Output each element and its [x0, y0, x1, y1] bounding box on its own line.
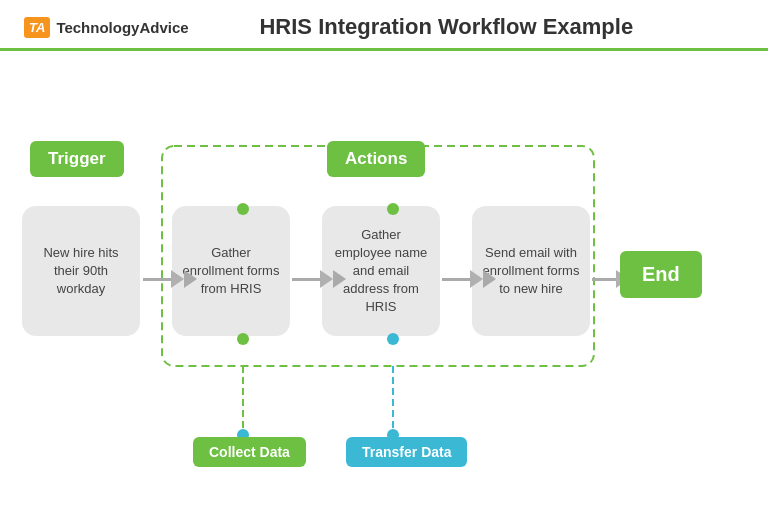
arrowhead-2 [320, 270, 333, 288]
diagram-area: Trigger Actions New hire hits their 90th… [0, 51, 768, 481]
process-box-4-text: Send email with enrollment forms to new … [482, 244, 580, 299]
transfer-data-label: Transfer Data [346, 437, 467, 467]
arrow-2-3 [292, 270, 346, 288]
arrow-3-4 [442, 270, 496, 288]
dot-box3-bottom [387, 333, 399, 345]
logo-suffix: Advice [139, 19, 188, 36]
arrow-line-2 [292, 278, 320, 281]
arrow-1-2 [143, 270, 197, 288]
logo: TA TechnologyAdvice [24, 17, 189, 38]
dot-box3-top [387, 203, 399, 215]
process-box-1-text: New hire hits their 90th workday [32, 244, 130, 299]
arrowhead-3 [470, 270, 483, 288]
arrow-line-4 [592, 278, 616, 281]
trigger-label: Trigger [30, 141, 124, 177]
process-box-1: New hire hits their 90th workday [22, 206, 140, 336]
page-container: TA TechnologyAdvice HRIS Integration Wor… [0, 0, 768, 522]
dot-box2-bottom [237, 333, 249, 345]
dot-box2-top [237, 203, 249, 215]
actions-label: Actions [327, 141, 425, 177]
logo-box: TA [24, 17, 50, 38]
arrowhead-1 [171, 270, 184, 288]
process-box-3-text: Gather employee name and email address f… [332, 226, 430, 317]
arrow-line-3 [442, 278, 470, 281]
logo-ta: TA [29, 20, 45, 35]
collect-data-label: Collect Data [193, 437, 306, 467]
page-title: HRIS Integration Workflow Example [189, 14, 704, 40]
end-label: End [620, 251, 702, 298]
header: TA TechnologyAdvice HRIS Integration Wor… [0, 0, 768, 51]
arrow-line-1 [143, 278, 171, 281]
logo-brand: Technology [56, 19, 139, 36]
logo-text: TechnologyAdvice [56, 19, 188, 36]
